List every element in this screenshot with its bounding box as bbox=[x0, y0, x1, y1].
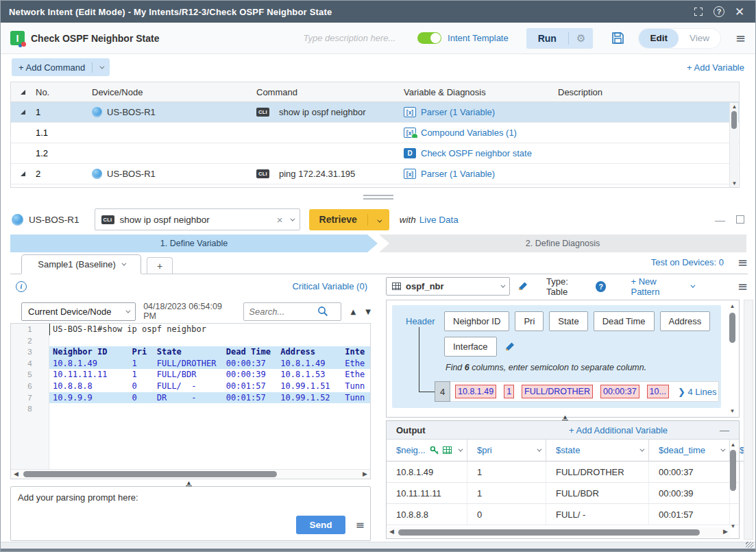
parser-link[interactable]: [x]Parser (1 Variable) bbox=[402, 169, 557, 179]
select-chevron-icon[interactable] bbox=[500, 283, 505, 288]
search-prev-icon[interactable]: ▲ bbox=[351, 308, 356, 315]
column-chip[interactable]: Interface bbox=[444, 337, 497, 357]
scrollbar-thumb[interactable] bbox=[730, 450, 736, 491]
editor-h-scrollbar[interactable]: ◀ ▶ bbox=[11, 469, 370, 479]
resize-grip[interactable] bbox=[746, 542, 753, 548]
scroll-right-icon[interactable]: ▶ bbox=[363, 470, 367, 477]
search-box[interactable] bbox=[243, 302, 341, 321]
scroll-down-icon[interactable]: ▼ bbox=[728, 408, 737, 414]
tab-sample1-baseline[interactable]: Sample1 (Baseline) bbox=[21, 254, 141, 274]
command-dropdown-chevron-icon[interactable] bbox=[290, 216, 295, 221]
add-variable-link[interactable]: + Add Variable bbox=[687, 62, 744, 73]
intent-template-toggle[interactable] bbox=[417, 32, 441, 44]
prompt-menu-icon[interactable]: ≡ bbox=[356, 518, 365, 531]
scrollbar-thumb[interactable] bbox=[731, 111, 737, 129]
pane-splitter-handle[interactable] bbox=[1, 190, 755, 204]
edit-columns-pencil-icon[interactable] bbox=[505, 341, 515, 352]
sample-menu-icon[interactable]: ≡ bbox=[737, 255, 748, 269]
row-expander-icon[interactable] bbox=[21, 110, 25, 115]
edit-variable-pencil-icon[interactable] bbox=[518, 281, 528, 291]
critical-variable-link[interactable]: Critical Variable (0) bbox=[292, 281, 367, 291]
retrieve-button[interactable]: Retrieve bbox=[309, 214, 367, 225]
header-menu-icon[interactable]: ≡ bbox=[735, 31, 746, 45]
close-icon[interactable]: ✕ bbox=[732, 4, 747, 19]
step-define-variable[interactable]: 1. Define Variable bbox=[10, 235, 378, 252]
pattern-token[interactable]: 1 bbox=[504, 385, 514, 398]
fullscreen-icon[interactable] bbox=[691, 4, 706, 19]
info-icon[interactable]: i bbox=[16, 281, 27, 292]
edit-tab[interactable]: Edit bbox=[639, 29, 679, 48]
device-node-select[interactable]: Current Device/Node bbox=[21, 302, 136, 321]
pattern-scrollbar[interactable]: ▲ ▼ bbox=[728, 303, 737, 414]
output-column[interactable]: $neig... bbox=[387, 440, 467, 461]
minimize-pane-icon[interactable]: — bbox=[715, 214, 725, 226]
command-input[interactable]: CLI show ip ospf neighbor × bbox=[95, 208, 300, 230]
parsing-prompt-box[interactable]: Add your parsing prompt here: Send ≡ bbox=[10, 486, 371, 541]
test-on-devices-link[interactable]: Test on Devices: 0 bbox=[651, 257, 724, 267]
scrollbar-thumb[interactable] bbox=[729, 313, 735, 343]
column-chip[interactable]: Pri bbox=[515, 311, 544, 331]
scroll-down-icon[interactable]: ▼ bbox=[730, 180, 739, 187]
send-button[interactable]: Send bbox=[296, 516, 345, 534]
pattern-token[interactable]: 00:00:37 bbox=[600, 385, 639, 398]
pattern-token[interactable]: 10.8.1.49 bbox=[455, 385, 496, 398]
scroll-left-icon[interactable]: ◀ bbox=[14, 470, 19, 477]
column-chip[interactable]: State bbox=[549, 311, 587, 331]
cli-output-editor[interactable]: 1US-BOS-R1#show ip ospf neighbor 2 3Neig… bbox=[10, 323, 371, 479]
scrollbar-thumb[interactable] bbox=[23, 471, 277, 477]
parser-menu-icon[interactable]: ≡ bbox=[737, 279, 748, 293]
scrollbar-thumb[interactable] bbox=[398, 529, 700, 536]
scroll-left-icon[interactable]: ◀ bbox=[389, 528, 394, 535]
column-chevron-icon[interactable] bbox=[458, 447, 463, 452]
table-row[interactable]: 1.2 DCheck OSPF neighbor state bbox=[11, 143, 739, 164]
add-command-chevron-icon[interactable] bbox=[100, 64, 105, 69]
table-row[interactable]: 1.1 [x]Compound Variables (1) bbox=[11, 123, 739, 143]
parser-variable-select[interactable]: ospf_nbr bbox=[386, 277, 510, 296]
table-row[interactable]: 2 US-BOS-R1 CLIping 172.24.31.195 [x]Par… bbox=[11, 164, 739, 184]
description-input[interactable]: Type description here... bbox=[303, 33, 395, 43]
output-h-scrollbar[interactable]: ◀ ▶ bbox=[387, 527, 730, 538]
new-pattern-button[interactable]: + New Pattern bbox=[631, 276, 693, 297]
output-column[interactable]: $dead_time bbox=[649, 440, 730, 461]
column-chevron-icon[interactable] bbox=[720, 447, 725, 452]
add-sample-tab-button[interactable]: + bbox=[147, 257, 173, 274]
type-help-icon[interactable]: ? bbox=[596, 281, 606, 292]
more-lines-link[interactable]: ❯ 4 Lines bbox=[678, 387, 716, 397]
select-chevron-icon[interactable] bbox=[126, 308, 131, 313]
output-column[interactable]: $state bbox=[546, 440, 649, 461]
scroll-up-icon[interactable]: ▲ bbox=[730, 104, 739, 110]
live-data-link[interactable]: Live Data bbox=[419, 215, 459, 225]
pattern-token[interactable]: FULL/DROTHER bbox=[522, 385, 593, 398]
column-chip[interactable]: Address bbox=[660, 311, 711, 331]
output-column[interactable]: $pri bbox=[467, 440, 546, 461]
search-input[interactable] bbox=[249, 307, 317, 317]
retrieve-dropdown[interactable] bbox=[368, 213, 389, 226]
column-chevron-icon[interactable] bbox=[537, 447, 541, 452]
right-pane-scrollbar-track[interactable] bbox=[744, 300, 753, 540]
scroll-up-icon[interactable]: ▲ bbox=[729, 442, 737, 448]
column-chip[interactable]: Neighbor ID bbox=[444, 311, 509, 331]
search-next-icon[interactable]: ▼ bbox=[365, 308, 371, 315]
clear-command-icon[interactable]: × bbox=[277, 214, 283, 226]
column-chip[interactable]: Dead Time bbox=[594, 311, 655, 331]
pattern-token[interactable]: 10... bbox=[647, 385, 669, 398]
minimize-output-icon[interactable]: — bbox=[720, 424, 729, 435]
table-scrollbar[interactable]: ▲ ▼ bbox=[729, 103, 738, 187]
search-icon[interactable] bbox=[317, 306, 328, 317]
diagnosis-link[interactable]: DCheck OSPF neighbor state bbox=[402, 148, 557, 158]
row-expander-icon[interactable] bbox=[21, 171, 25, 176]
add-additional-variable-link[interactable]: + Add Additional Variable bbox=[569, 425, 668, 435]
maximize-pane-icon[interactable] bbox=[736, 215, 744, 224]
collapse-all-icon[interactable] bbox=[21, 90, 25, 95]
run-settings-gear-icon[interactable]: ⚙ bbox=[569, 32, 593, 45]
scroll-up-icon[interactable]: ▲ bbox=[728, 303, 737, 309]
view-tab[interactable]: View bbox=[679, 29, 720, 48]
parser-link[interactable]: [x]Parser (1 Variable) bbox=[402, 107, 557, 117]
save-icon[interactable] bbox=[611, 31, 625, 45]
compound-variables-link[interactable]: [x]Compound Variables (1) bbox=[402, 128, 557, 138]
tab-chevron-icon[interactable] bbox=[121, 261, 126, 266]
column-chevron-icon[interactable] bbox=[639, 447, 644, 452]
run-button[interactable]: Run bbox=[526, 33, 568, 44]
output-v-scrollbar[interactable]: ▲ ▼ bbox=[729, 442, 737, 529]
scroll-down-icon[interactable]: ▼ bbox=[729, 523, 737, 529]
